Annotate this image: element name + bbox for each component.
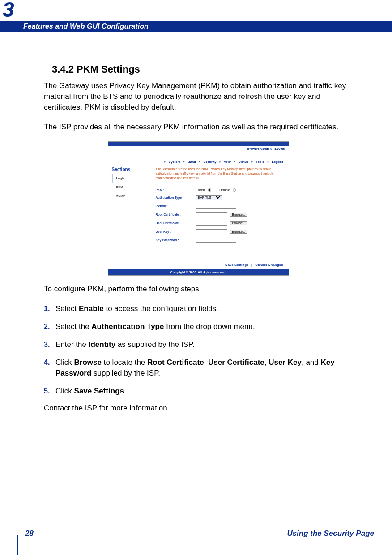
user-cert-input[interactable] (196, 221, 227, 226)
sidebar-item-login[interactable]: Login (112, 174, 148, 183)
chapter-number: 3 (3, 0, 14, 21)
disable-label: Disable (219, 188, 230, 192)
firmware-version: Firmware Version : 1.00.06 (108, 146, 289, 150)
row-root-cert: Root Certificate : Browse... (156, 212, 285, 217)
nav-band[interactable]: Band (188, 160, 196, 163)
label-key-password: Key Password : (156, 239, 196, 242)
section-heading: 3.4.2 PKM Settings (52, 64, 353, 75)
row-user-key: User Key : Browse... (156, 229, 285, 234)
closing-paragraph: Contact the ISP for more information. (44, 404, 353, 413)
step-3: 3. Enter the Identity as supplied by the… (44, 339, 353, 350)
label-user-key: User Key : (156, 230, 196, 233)
ss-footer: Copyright © 2006. All rights reserved. (108, 269, 289, 275)
nav-tools[interactable]: Tools (256, 160, 264, 163)
label-identity: Identity : (156, 205, 196, 208)
step-text: Enter the Identity as supplied by the IS… (55, 339, 353, 350)
nav-system[interactable]: System (169, 160, 180, 163)
pkm-description: The Subscriber Station uses the PKM (Pri… (156, 167, 285, 180)
ss-main-panel: The Subscriber Station uses the PKM (Pri… (148, 167, 285, 256)
step-5: 5. Click Save Settings. (44, 386, 353, 397)
step-1: 1. Select Enable to access the configura… (44, 303, 353, 314)
steps-intro: To configure PKM, perform the following … (44, 285, 353, 294)
row-user-cert: User Certificate : Browse... (156, 221, 285, 226)
step-number: 2. (44, 321, 55, 332)
top-nav: > System > Band > Security > VoIP > Stat… (108, 150, 289, 166)
action-bar: Save Settings | Cancel Changes (108, 260, 289, 269)
browse-user-cert-button[interactable]: Browse... (230, 221, 247, 225)
page-footer: 28 Using the Security Page (25, 525, 374, 539)
action-separator: | (251, 263, 252, 267)
step-number: 4. (44, 357, 55, 379)
nav-logout[interactable]: Logout (272, 160, 283, 163)
enable-label: Enable (196, 188, 206, 192)
browse-root-button[interactable]: Browse... (230, 213, 247, 217)
radio-disable[interactable] (233, 188, 236, 192)
sidebar-title: Sections (112, 167, 148, 172)
key-password-input[interactable] (196, 238, 236, 243)
step-number: 1. (44, 303, 55, 314)
row-pkm: PKM : Enable Disable (156, 188, 285, 192)
label-auth-type: Authtication Type : (156, 196, 196, 199)
user-key-input[interactable] (196, 229, 227, 234)
label-pkm: PKM : (156, 188, 196, 192)
nav-voip[interactable]: VoIP (224, 160, 231, 163)
step-text: Click Browse to locate the Root Certific… (55, 357, 353, 379)
label-root-cert: Root Certificate : (156, 213, 196, 216)
step-text: Click Save Settings. (55, 386, 353, 397)
sidebar: Sections Login PKM SNMP (112, 167, 148, 256)
cancel-changes-link[interactable]: Cancel Changes (255, 263, 283, 267)
nav-status[interactable]: Status (239, 160, 249, 163)
step-text: Select the Authentication Type from the … (55, 321, 353, 332)
auth-type-select[interactable]: EAP-TLS (196, 195, 222, 200)
row-auth-type: Authtication Type : EAP-TLS (156, 195, 285, 200)
ss-top-bar (108, 142, 289, 146)
footer-title: Using the Security Page (287, 529, 374, 538)
browse-user-key-button[interactable]: Browse... (230, 230, 247, 234)
sidebar-item-pkm[interactable]: PKM (112, 183, 148, 192)
content-area: 3.4.2 PKM Settings The Gateway uses Priv… (44, 64, 353, 413)
nav-security[interactable]: Security (203, 160, 216, 163)
save-settings-link[interactable]: Save Settings (225, 263, 248, 267)
ss-body: Sections Login PKM SNMP The Subscriber S… (108, 166, 289, 260)
step-2: 2. Select the Authentication Type from t… (44, 321, 353, 332)
step-text: Select Enable to access the configuratio… (55, 303, 353, 314)
page: 3 Features and Web GUI Configuration 3.4… (0, 0, 392, 555)
root-cert-input[interactable] (196, 212, 227, 217)
steps-list: 1. Select Enable to access the configura… (44, 303, 353, 397)
pkm-settings-screenshot: Firmware Version : 1.00.06 > System > Ba… (108, 141, 289, 276)
footer-stub (17, 535, 18, 555)
radio-enable[interactable] (208, 188, 211, 192)
intro-paragraph-1: The Gateway uses Privacy Key Management … (44, 81, 353, 113)
identity-input[interactable] (196, 204, 236, 209)
sidebar-item-snmp[interactable]: SNMP (112, 192, 148, 201)
intro-paragraph-2: The ISP provides all the necessary PKM i… (44, 122, 353, 132)
step-4: 4. Click Browse to locate the Root Certi… (44, 357, 353, 379)
header-title: Features and Web GUI Configuration (23, 21, 149, 32)
step-number: 3. (44, 339, 55, 350)
row-key-password: Key Password : (156, 238, 285, 243)
step-number: 5. (44, 386, 55, 397)
page-number: 28 (25, 529, 34, 538)
label-user-cert: User Certificate : (156, 222, 196, 225)
row-identity: Identity : (156, 204, 285, 209)
